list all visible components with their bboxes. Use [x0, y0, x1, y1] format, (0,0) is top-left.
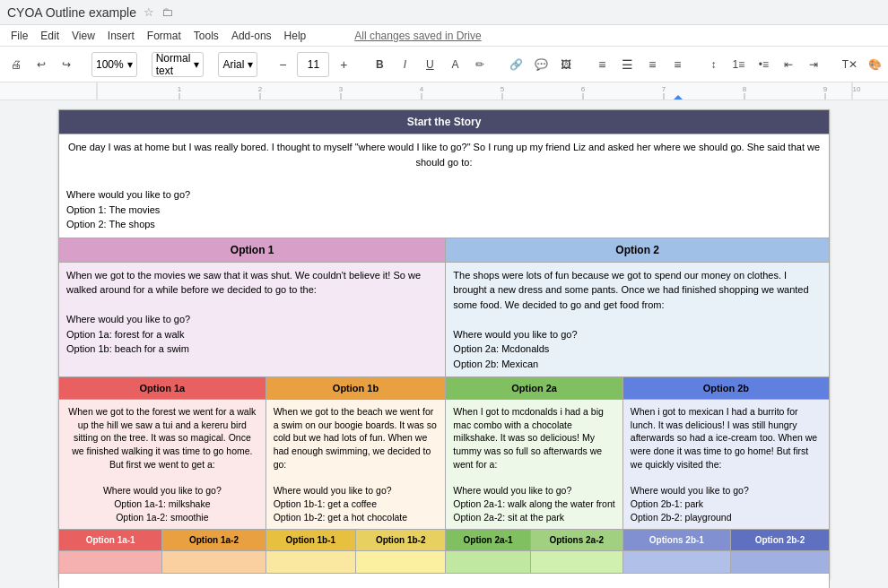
option-content-row: When we got to the movies we saw that it… [59, 262, 830, 377]
svg-rect-0 [0, 82, 888, 100]
opt1a-header: Option 1a [59, 377, 266, 400]
text-style-chevron: ▾ [194, 58, 199, 71]
menu-edit[interactable]: Edit [35, 28, 65, 44]
final-cell-1b2 [356, 551, 446, 574]
empty-row [59, 574, 830, 588]
story-table: Start the Story One day I was at home bu… [58, 109, 830, 588]
intro-options: Where would you like to go? Option 1: Th… [66, 178, 822, 232]
document-page: Start the Story One day I was at home bu… [58, 109, 830, 579]
svg-text:2: 2 [258, 85, 263, 93]
undo-button[interactable]: ↩ [30, 52, 52, 77]
start-header-row: Start the Story [59, 110, 830, 134]
menu-help[interactable]: Help [279, 28, 312, 44]
final-cell-2b1 [622, 551, 730, 574]
align-right-button[interactable]: ≡ [641, 52, 663, 77]
font-size-input[interactable] [297, 52, 329, 77]
line-spacing-button[interactable]: ↕ [702, 52, 724, 77]
final-content-row [59, 551, 830, 574]
highlight-color-button[interactable]: 🎨 [864, 52, 885, 77]
svg-text:7: 7 [662, 85, 666, 93]
comment-button[interactable]: 💬 [530, 52, 552, 77]
opt1b-cell: When we got to the beach we went for a s… [266, 400, 446, 530]
numbered-list-button[interactable]: 1≡ [727, 52, 749, 77]
opt2b-cell: When i got to mexican I had a burrito fo… [622, 400, 829, 530]
final-opt1b1-header: Option 1b-1 [266, 530, 355, 551]
sub-option-header-row: Option 1a Option 1b Option 2a Option 2b [59, 377, 830, 400]
menu-insert[interactable]: Insert [102, 28, 140, 44]
font-value: Arial [222, 58, 244, 71]
final-opt2b2-header: Option 2b-2 [730, 530, 829, 551]
menu-bar: File Edit View Insert Format Tools Add-o… [0, 25, 888, 47]
star-icon[interactable]: ☆ [144, 5, 154, 19]
option2-cell: The shops were lots of fun because we go… [446, 262, 830, 377]
saved-message: All changes saved in Drive [349, 28, 486, 44]
final-cell-2a1 [446, 551, 530, 574]
indent-increase-button[interactable]: ⇥ [803, 52, 824, 77]
print-button[interactable]: 🖨 [5, 52, 27, 77]
option1-header: Option 1 [59, 238, 446, 262]
sub-option-content-row: When we got to the forest we went for a … [59, 400, 830, 530]
font-size-increase[interactable]: + [333, 52, 354, 77]
opt2a-header: Option 2a [446, 377, 623, 400]
clear-format-button[interactable]: T✕ [839, 52, 860, 77]
svg-text:8: 8 [743, 85, 747, 93]
final-cell-1a1 [59, 551, 162, 574]
menu-addons[interactable]: Add-ons [226, 28, 277, 44]
final-cell-2b2 [730, 551, 829, 574]
redo-button[interactable]: ↪ [56, 52, 77, 77]
app-title: CYOA Outline example [7, 5, 136, 20]
final-cell-2a2 [530, 551, 622, 574]
final-header-row: Option 1a-1 Option 1a-2 Option 1b-1 Opti… [59, 530, 830, 551]
image-button[interactable]: 🖼 [555, 52, 577, 77]
svg-text:4: 4 [420, 85, 424, 93]
final-opt2b1-header: Options 2b-1 [622, 530, 730, 551]
intro-row: One day I was at home but I was really b… [59, 134, 830, 238]
svg-text:3: 3 [339, 85, 344, 93]
opt1b-header: Option 1b [266, 377, 446, 400]
menu-format[interactable]: Format [142, 28, 187, 44]
opt2a-cell: When I got to mcdonalds i had a big mac … [446, 400, 623, 530]
indent-decrease-button[interactable]: ⇤ [778, 52, 799, 77]
svg-text:10: 10 [853, 85, 861, 93]
folder-icon[interactable]: 🗀 [161, 5, 173, 19]
svg-text:1: 1 [178, 85, 182, 93]
font-select[interactable]: Arial ▾ [218, 52, 257, 77]
document-area: Start the Story One day I was at home bu… [0, 100, 888, 588]
text-style-value: Normal text [156, 52, 191, 77]
align-center-button[interactable]: ☰ [616, 52, 638, 77]
intro-text: One day I was at home but I was really b… [66, 140, 822, 169]
menu-file[interactable]: File [5, 28, 33, 44]
highlight-button[interactable]: ✏ [469, 52, 491, 77]
final-opt2a1-header: Option 2a-1 [446, 530, 530, 551]
opt1a-cell: When we got to the forest we went for a … [59, 400, 266, 530]
final-opt1a1-header: Option 1a-1 [59, 530, 162, 551]
svg-text:9: 9 [823, 85, 828, 93]
menu-view[interactable]: View [66, 28, 100, 44]
final-cell-1b1 [266, 551, 355, 574]
zoom-value: 100% [96, 58, 124, 71]
start-header: Start the Story [59, 110, 830, 134]
option2-header: Option 2 [446, 238, 830, 262]
opt2b-header: Option 2b [622, 377, 829, 400]
font-size-decrease[interactable]: − [272, 52, 293, 77]
svg-text:6: 6 [581, 85, 586, 93]
ruler: 1 2 3 4 5 6 7 8 9 10 [0, 82, 888, 100]
align-left-button[interactable]: ≡ [591, 52, 613, 77]
final-opt1b2-header: Option 1b-2 [356, 530, 446, 551]
font-chevron: ▾ [248, 58, 253, 71]
final-opt1a2-header: Option 1a-2 [162, 530, 266, 551]
align-justify-button[interactable]: ≡ [666, 52, 688, 77]
toolbar: 🖨 ↩ ↪ 100% ▾ Normal text ▾ Arial ▾ − + B… [0, 47, 888, 82]
text-style-select[interactable]: Normal text ▾ [152, 52, 205, 77]
bold-button[interactable]: B [369, 52, 390, 77]
option-header-row: Option 1 Option 2 [59, 238, 830, 262]
italic-button[interactable]: I [394, 52, 415, 77]
text-color-button[interactable]: A [444, 52, 466, 77]
title-bar: CYOA Outline example ☆ 🗀 [0, 0, 888, 25]
final-opt2a2-header: Options 2a-2 [530, 530, 622, 551]
link-button[interactable]: 🔗 [505, 52, 527, 77]
bullet-list-button[interactable]: •≡ [753, 52, 774, 77]
menu-tools[interactable]: Tools [188, 28, 224, 44]
underline-button[interactable]: U [419, 52, 440, 77]
zoom-select[interactable]: 100% ▾ [91, 52, 137, 77]
